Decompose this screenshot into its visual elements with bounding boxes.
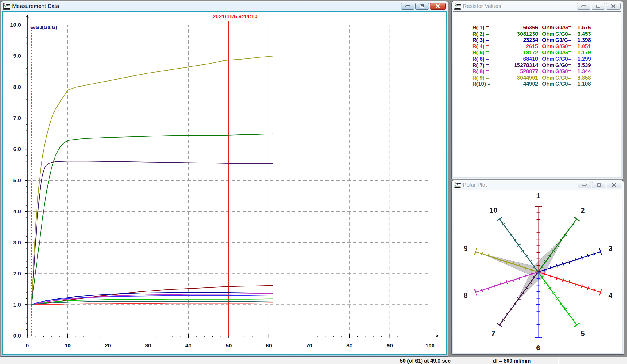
resistor-unit: Ohm: [538, 81, 554, 87]
resistor-unit: Ohm: [538, 75, 554, 81]
plotter-app-icon: [454, 3, 461, 10]
minimize-button[interactable]: [401, 3, 414, 10]
resistor-lbl: R( 4) =: [472, 44, 496, 50]
resistor-rval: 1.344: [571, 69, 591, 75]
polar-axis-tick: [594, 252, 595, 255]
x-tick-label: 20: [105, 343, 111, 349]
resistor-unit: Ohm: [538, 37, 554, 44]
close-button[interactable]: [607, 182, 621, 188]
x-tick-label: 0: [26, 343, 29, 349]
polar-axis-tick: [494, 285, 495, 288]
polar-axis-tick: [587, 287, 588, 290]
maximize-icon: [597, 183, 601, 187]
resistor-val: 15278314: [496, 62, 538, 69]
x-tick-label: 40: [185, 343, 191, 349]
maximize-icon: [596, 5, 600, 8]
maximize-button[interactable]: [415, 3, 429, 10]
polar-axis-label-4: 4: [608, 291, 612, 299]
close-button[interactable]: [606, 3, 621, 10]
titlebar-polar-plot[interactable]: Polar Plot: [452, 180, 624, 190]
window-title: Resistor Values: [463, 3, 501, 9]
polar-axis-tick: [513, 279, 513, 282]
polar-axis-tick: [556, 277, 557, 280]
resistor-lbl: R( 1) =: [472, 25, 496, 31]
polar-axis-tick: [581, 285, 582, 288]
resistor-lbl: R( 8) =: [472, 69, 496, 75]
close-icon: [611, 4, 616, 8]
polar-axis-tick: [550, 275, 551, 277]
resistor-lbl: R( 3) =: [472, 37, 496, 44]
polar-axis-tick: [574, 217, 579, 221]
x-tick-label: 100: [425, 343, 435, 349]
resistor-unit: Ohm: [538, 69, 554, 75]
minimize-button[interactable]: [577, 3, 590, 10]
polar-axis-tick: [497, 323, 502, 327]
resistor-unit: Ohm: [538, 50, 554, 56]
resistor-val: 65366: [496, 25, 538, 31]
polar-axis-label-5: 5: [581, 329, 585, 337]
y-tick-label: 6.0: [13, 146, 21, 152]
x-tick-label: 30: [145, 343, 151, 349]
resistor-rval: 1.299: [571, 56, 591, 62]
y-tick-label: 7.0: [13, 115, 21, 121]
polar-axis-tick: [488, 287, 488, 290]
y-tick-label: 5.0: [13, 177, 21, 183]
polar-axis-label-8: 8: [464, 291, 467, 299]
polar-axis-label-10: 10: [490, 206, 497, 214]
polar-axis-tick: [562, 262, 563, 265]
close-icon: [436, 4, 440, 8]
x-tick-label: 90: [387, 343, 393, 349]
curve-R4: [31, 303, 273, 305]
resistor-unit: Ohm: [538, 44, 554, 50]
resistor-rval: 8.858: [571, 75, 591, 81]
resistor-rlab: G0/G=: [554, 50, 571, 56]
resistor-row: R( 3) =23234OhmG0/G=1.398: [453, 37, 621, 44]
resistor-rlab: G/G0=: [554, 44, 571, 50]
resistor-row: R( 7) =15278314OhmG/G0=5.539: [453, 62, 621, 69]
close-button[interactable]: [430, 3, 446, 10]
maximize-button[interactable]: [592, 182, 605, 188]
polar-axis-tick: [481, 252, 482, 255]
resistor-unit: Ohm: [538, 25, 554, 31]
desktop: Measurement Data 0.01.02.03.04.05.06.07.…: [0, 0, 627, 364]
polar-axis-tick: [500, 283, 501, 286]
titlebar-measurement-data[interactable]: Measurement Data: [1, 1, 448, 11]
polar-axis-tick: [581, 256, 582, 259]
resistor-unit: Ohm: [538, 56, 554, 62]
resistor-rval: 5.539: [571, 62, 591, 69]
polar-axis-tick: [575, 283, 576, 286]
status-segment-progress: 50 (of 61) at 49.0 sec: [397, 357, 490, 364]
resistor-val: 3044901: [496, 75, 538, 81]
polar-plot-area: 12345678910: [453, 190, 622, 353]
polar-axis-tick: [488, 254, 488, 257]
resistor-row: R( 2) =3081230OhmG/G0=6.453: [453, 31, 621, 37]
minimize-button[interactable]: [578, 182, 591, 188]
resistor-rval: 1.576: [571, 25, 591, 31]
titlebar-resistor-values[interactable]: Resistor Values: [452, 1, 623, 11]
measurement-chart-area: 0.01.02.03.04.05.06.07.08.09.010.0010203…: [2, 11, 447, 355]
maximize-button[interactable]: [592, 3, 605, 10]
resistor-rlab: G/G0=: [554, 31, 571, 37]
measurement-chart: 0.01.02.03.04.05.06.07.08.09.010.0010203…: [3, 12, 445, 355]
resistor-row: R( 5) =18172OhmG0/G=1.179: [453, 50, 621, 56]
x-tick-label: 70: [306, 343, 312, 349]
resistor-val: 44902: [496, 81, 538, 87]
resistor-lbl: R(10) =: [472, 81, 496, 87]
resistor-val: 3081230: [496, 31, 538, 37]
x-tick-label: 50: [225, 343, 232, 349]
resistor-val: 520877: [496, 69, 538, 75]
resistor-table: R( 1) =65366OhmG0/G=1.576R( 2) =3081230O…: [453, 25, 621, 87]
close-icon: [612, 183, 616, 187]
y-tick-label: 10.0: [10, 22, 21, 28]
polar-axis-tick: [525, 275, 526, 277]
resistor-val: 68410: [496, 56, 538, 62]
window-title: Measurement Data: [12, 3, 59, 9]
plotter-app-icon: [454, 182, 461, 188]
resistor-rlab: G/G0=: [554, 62, 571, 69]
polar-axis-label-9: 9: [464, 244, 467, 252]
resistor-row: R( 1) =65366OhmG0/G=1.576: [453, 25, 621, 31]
resistor-row: R( 6) =68410OhmG/G0=1.299: [453, 56, 621, 62]
status-segment-empty: [0, 357, 397, 364]
resistor-row: R( 4) =2615OhmG/G0=1.051: [453, 44, 621, 50]
resistor-rlab: G0/G=: [554, 37, 571, 44]
